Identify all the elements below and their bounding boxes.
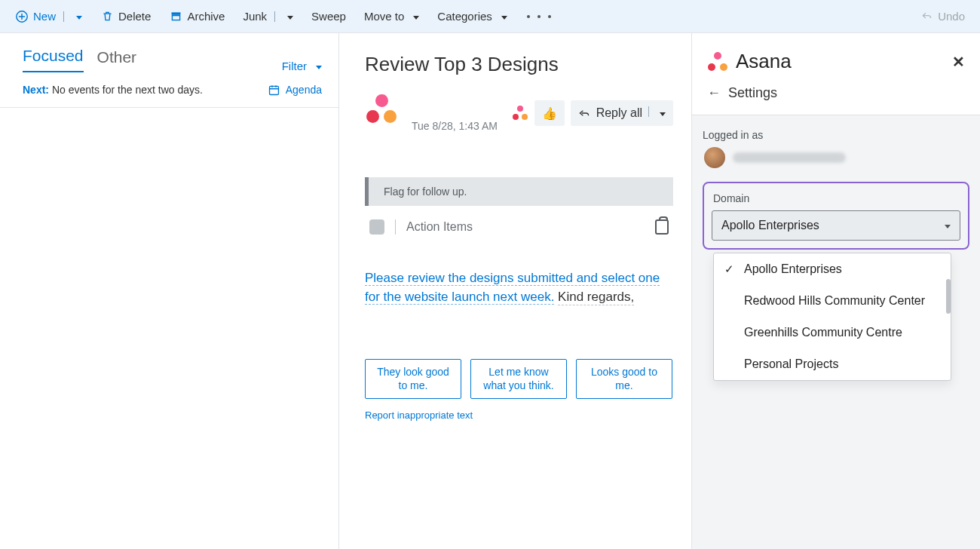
panel-body: Logged in as Domain Apollo Enterprises A…	[692, 115, 980, 549]
sweep-button[interactable]: Sweep	[311, 10, 346, 23]
next-value: No events for the next two days.	[52, 84, 203, 96]
agenda-label: Agenda	[286, 84, 322, 96]
sender-avatar-icon	[365, 94, 398, 124]
archive-icon	[169, 10, 182, 23]
close-button[interactable]: ✕	[952, 53, 965, 71]
filter-label: Filter	[282, 60, 307, 72]
reply-all-label: Reply all	[596, 106, 642, 120]
next-label: Next:	[23, 84, 49, 96]
reply-all-icon	[578, 107, 590, 119]
user-email-redacted	[733, 152, 846, 163]
settings-title: Settings	[728, 85, 777, 101]
domain-option[interactable]: Personal Projects	[714, 348, 951, 380]
undo-icon	[920, 10, 933, 23]
chevron-down-icon[interactable]	[72, 10, 82, 23]
filter-button[interactable]: Filter	[282, 60, 322, 72]
asana-logo-icon	[707, 52, 728, 72]
message-actions: 👍 Reply all	[512, 100, 673, 126]
chevron-down-icon[interactable]	[283, 10, 293, 23]
action-items-row[interactable]: Action Items	[365, 206, 673, 248]
archive-label: Archive	[187, 10, 225, 23]
tab-focused[interactable]: Focused	[23, 47, 84, 72]
domain-dropdown: Apollo Enterprises Redwood Hills Communi…	[713, 253, 951, 381]
categories-label: Categories	[437, 10, 492, 23]
archive-button[interactable]: Archive	[169, 10, 225, 23]
domain-option[interactable]: Redwood Hills Community Center	[714, 285, 951, 317]
sweep-label: Sweep	[311, 10, 346, 23]
logged-in-user	[703, 147, 969, 168]
chevron-down-icon	[311, 60, 322, 72]
trash-icon	[100, 10, 114, 23]
user-avatar	[704, 147, 725, 168]
separator	[63, 11, 64, 22]
thumb-up-icon: 👍	[542, 106, 557, 121]
store-icon[interactable]	[655, 219, 669, 235]
panel-header: Asana ✕	[692, 33, 980, 81]
delete-label: Delete	[118, 10, 151, 23]
report-text-link[interactable]: Report inappropriate text	[365, 409, 673, 421]
panel-subheader: ← Settings	[692, 81, 980, 115]
delete-button[interactable]: Delete	[100, 10, 151, 23]
calendar-icon	[268, 83, 281, 97]
separator	[642, 106, 655, 120]
message-list-pane: Focused Other Filter Next: No events for…	[0, 33, 339, 549]
domain-label: Domain	[713, 192, 959, 204]
flag-text: Flag for follow up.	[384, 186, 467, 198]
asana-panel: Asana ✕ ← Settings Logged in as Domain A…	[692, 33, 980, 549]
flag-follow-up-bar: Flag for follow up.	[365, 177, 673, 206]
chevron-down-icon[interactable]	[409, 10, 419, 23]
domain-option[interactable]: Greenhills Community Centre	[714, 317, 951, 348]
chevron-down-icon	[940, 219, 951, 232]
reply-all-button[interactable]: Reply all	[571, 100, 673, 126]
plus-circle-icon	[15, 10, 29, 23]
move-to-button[interactable]: Move to	[364, 10, 419, 23]
suggested-reply[interactable]: They look good to me.	[365, 359, 461, 399]
suggested-reply[interactable]: Looks good to me.	[576, 359, 672, 399]
domain-section-highlight: Domain Apollo Enterprises Apollo Enterpr…	[703, 182, 969, 250]
svg-rect-1	[171, 12, 180, 14]
asana-icon[interactable]	[512, 106, 528, 121]
back-button[interactable]: ←	[707, 85, 721, 101]
junk-label: Junk	[243, 10, 267, 23]
junk-button[interactable]: Junk	[243, 10, 293, 23]
next-events-row: Next: No events for the next two days. A…	[0, 72, 338, 108]
scrollbar[interactable]	[946, 279, 951, 314]
action-items-label: Action Items	[406, 220, 473, 234]
domain-select[interactable]: Apollo Enterprises	[712, 210, 960, 241]
svg-rect-3	[270, 86, 279, 94]
panel-title: Asana	[736, 50, 792, 73]
body-rest: Kind regards,	[558, 290, 634, 305]
new-label: New	[33, 10, 56, 23]
separator	[395, 219, 396, 235]
moveto-label: Move to	[364, 10, 404, 23]
message-subject: Review Top 3 Designs	[365, 53, 673, 76]
chevron-down-icon[interactable]	[497, 10, 507, 23]
inbox-tabs: Focused Other Filter	[0, 33, 338, 72]
separator	[274, 11, 275, 22]
tab-other[interactable]: Other	[97, 48, 137, 72]
svg-rect-2	[172, 16, 179, 20]
like-button[interactable]: 👍	[534, 100, 565, 126]
domain-option[interactable]: Apollo Enterprises	[714, 253, 951, 285]
message-timestamp: Tue 8/28, 1:43 AM	[412, 120, 512, 132]
suggested-replies: They look good to me. Let me know what y…	[365, 359, 673, 399]
domain-selected-value: Apollo Enterprises	[721, 219, 819, 232]
puzzle-icon	[369, 219, 384, 235]
undo-label: Undo	[938, 10, 965, 23]
agenda-button[interactable]: Agenda	[268, 83, 322, 97]
chevron-down-icon[interactable]	[655, 106, 666, 120]
suggested-reply[interactable]: Let me know what you think.	[470, 359, 567, 399]
new-button[interactable]: New	[15, 10, 82, 23]
undo-button[interactable]: Undo	[920, 10, 965, 23]
message-body: Please review the designs submitted and …	[365, 269, 673, 306]
more-actions-button[interactable]	[525, 15, 553, 18]
next-events-text: Next: No events for the next two days.	[23, 84, 203, 96]
logged-in-as-label: Logged in as	[703, 129, 969, 141]
categories-button[interactable]: Categories	[437, 10, 507, 23]
reading-pane: Review Top 3 Designs Tue 8/28, 1:43 AM 👍	[339, 33, 692, 549]
mail-toolbar: New Delete Archive Junk Sweep Move to Ca…	[0, 0, 980, 33]
